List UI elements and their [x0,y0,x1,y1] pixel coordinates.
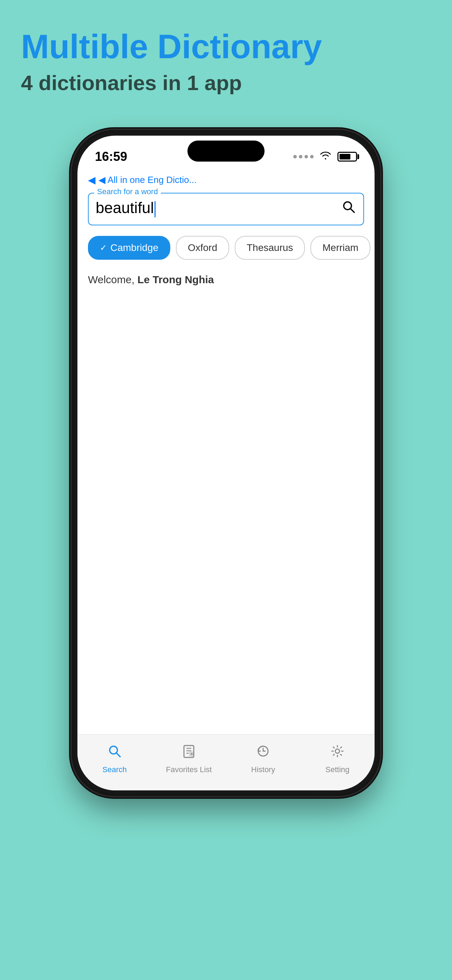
search-input[interactable]: beautiful [95,199,156,217]
favorites-tab-label: Favorites List [166,765,212,774]
tab-oxford-label: Oxford [188,242,217,253]
signal-dot-3 [304,155,308,158]
tab-search[interactable]: Search [78,735,152,783]
header-section: Multible Dictionary 4 dictionaries in 1 … [0,0,452,109]
svg-line-3 [116,753,120,757]
battery-icon [337,152,357,162]
signal-dots [293,155,314,158]
phone-mockup: 16:59 [72,130,380,796]
search-input-row: beautiful [95,199,357,218]
tab-cambridge[interactable]: ✓ Cambridge [88,236,170,260]
check-icon: ✓ [100,243,107,253]
signal-dot-4 [310,155,314,158]
svg-point-10 [335,749,339,753]
battery-fill [339,154,350,159]
app-subtitle: 4 dictionaries in 1 app [21,71,431,95]
phone-screen: 16:59 [78,136,374,791]
setting-tab-label: Setting [326,765,350,774]
favorites-tab-icon [181,743,197,762]
history-tab-icon [255,743,271,762]
tab-history[interactable]: History [226,735,300,783]
search-label: Search for a word [94,187,161,196]
tab-merriam-label: Merriam [322,242,358,253]
phone-frame: 16:59 [72,130,380,796]
svg-line-1 [350,208,354,212]
search-field-wrapper[interactable]: Search for a word beautiful [88,193,364,225]
tab-favorites[interactable]: Favorites List [152,735,226,783]
setting-tab-icon [330,743,345,762]
search-area[interactable]: Search for a word beautiful [78,189,374,232]
status-time: 16:59 [95,149,127,164]
search-button[interactable] [341,199,357,218]
history-tab-label: History [251,765,275,774]
tab-cambridge-label: Cambridge [110,242,158,253]
tab-thesaurus-label: Thesaurus [247,242,293,253]
app-title: Multible Dictionary [21,28,431,65]
tab-setting[interactable]: Setting [300,735,374,783]
signal-dot-1 [293,155,297,158]
welcome-message: Welcome, Le Trong Nghia [78,267,374,293]
back-arrow-icon: ◀ [88,174,95,186]
status-icons [293,150,357,162]
back-nav-label: ◀ All in one Eng Dictio... [99,175,197,185]
bottom-tab-bar: Search [78,734,374,791]
wifi-icon [319,150,332,162]
text-cursor [154,201,156,217]
content-area [78,293,374,734]
search-tab-label: Search [102,765,127,774]
tab-thesaurus[interactable]: Thesaurus [235,236,305,260]
tab-oxford[interactable]: Oxford [176,236,229,260]
search-tab-icon [107,743,122,762]
signal-dot-2 [299,155,302,158]
dynamic-island [188,140,264,162]
dictionary-tabs: ✓ Cambridge Oxford Thesaurus Merriam [78,232,374,267]
tab-merriam[interactable]: Merriam [310,236,370,260]
